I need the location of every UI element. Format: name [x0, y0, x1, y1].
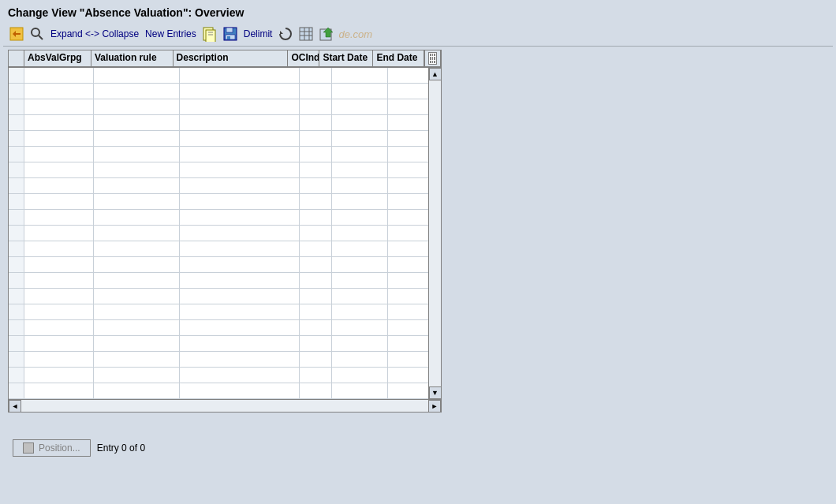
cell-valrule	[94, 368, 179, 383]
toolbar-copy-icon[interactable]	[201, 25, 218, 43]
cell-startdate	[332, 115, 388, 130]
watermark-text: de.com	[338, 28, 372, 40]
cell-absvalgrp	[24, 226, 94, 241]
table-row[interactable]	[9, 162, 441, 178]
position-button[interactable]: Position...	[13, 439, 91, 457]
cell-desc	[180, 226, 300, 241]
table-row[interactable]	[9, 304, 441, 320]
cell-startdate	[332, 273, 388, 288]
row-selector	[9, 273, 24, 288]
cell-valrule	[94, 320, 179, 335]
cell-absvalgrp	[24, 84, 94, 99]
table-row[interactable]	[9, 68, 441, 84]
cell-ocind	[300, 241, 332, 256]
table-row[interactable]	[9, 289, 441, 304]
cell-startdate	[332, 131, 388, 146]
entry-count: Entry 0 of 0	[97, 442, 145, 454]
cell-valrule	[94, 99, 179, 114]
status-bar: Position... Entry 0 of 0	[8, 436, 828, 460]
cell-startdate	[332, 257, 388, 272]
cell-desc	[180, 257, 300, 272]
cell-startdate	[332, 368, 388, 383]
vertical-scrollbar[interactable]: ▲ ▼	[428, 68, 441, 399]
horizontal-scrollbar[interactable]: ◄ ►	[9, 399, 441, 412]
expand-collapse-button[interactable]: Expand <-> Collapse	[49, 28, 140, 39]
header-ocind: OCInd	[288, 50, 319, 66]
cell-desc	[180, 304, 300, 319]
table-row[interactable]	[9, 383, 441, 399]
table-row[interactable]	[9, 336, 441, 352]
cell-desc	[180, 147, 300, 162]
table-row[interactable]	[9, 194, 441, 210]
cell-valrule	[94, 131, 179, 146]
cell-absvalgrp	[24, 289, 94, 304]
data-grid: AbsValGrpg Valuation rule Description OC…	[8, 50, 442, 413]
row-selector	[9, 226, 24, 241]
table-row[interactable]	[9, 241, 441, 257]
toolbar-search-icon[interactable]	[28, 25, 46, 43]
cell-absvalgrp	[24, 241, 94, 256]
header-valrule: Valuation rule	[91, 50, 174, 66]
header-desc: Description	[174, 50, 289, 66]
table-row[interactable]	[9, 273, 441, 289]
scroll-left-button[interactable]: ◄	[9, 400, 21, 413]
toolbar-refresh-icon[interactable]	[277, 25, 294, 43]
cell-absvalgrp	[24, 273, 94, 288]
table-row[interactable]	[9, 99, 441, 115]
cell-startdate	[332, 241, 388, 256]
row-selector	[9, 115, 24, 130]
delimit-button[interactable]: Delimit	[242, 28, 274, 39]
svg-rect-10	[227, 36, 230, 39]
cell-valrule	[94, 115, 179, 130]
table-row[interactable]	[9, 147, 441, 162]
toolbar-export-icon[interactable]	[318, 25, 335, 43]
scroll-right-button[interactable]: ►	[428, 400, 441, 413]
position-icon	[23, 442, 34, 454]
table-row[interactable]	[9, 178, 441, 194]
svg-rect-4	[206, 30, 215, 42]
table-row[interactable]	[9, 210, 441, 226]
cell-valrule	[94, 178, 179, 193]
table-row[interactable]	[9, 352, 441, 368]
table-row[interactable]	[9, 131, 441, 147]
table-row[interactable]	[9, 368, 441, 383]
table-row[interactable]	[9, 257, 441, 273]
cell-ocind	[300, 336, 332, 351]
table-row[interactable]	[9, 320, 441, 336]
cell-ocind	[300, 147, 332, 162]
toolbar-icon1[interactable]	[8, 25, 25, 43]
cell-startdate	[332, 99, 388, 114]
toolbar-grid-icon[interactable]	[297, 25, 315, 43]
new-entries-button[interactable]: New Entries	[144, 28, 198, 39]
cell-desc	[180, 320, 300, 335]
cell-absvalgrp	[24, 320, 94, 335]
toolbar-save-icon[interactable]	[222, 25, 239, 43]
row-selector	[9, 289, 24, 304]
header-absvalgrp: AbsValGrpg	[24, 50, 91, 66]
toolbar: Expand <-> Collapse New Entries Delimit	[3, 24, 833, 47]
cell-ocind	[300, 226, 332, 241]
row-selector	[9, 147, 24, 162]
scroll-down-button[interactable]: ▼	[429, 386, 442, 399]
table-row[interactable]	[9, 84, 441, 99]
cell-startdate	[332, 84, 388, 99]
row-selector	[9, 210, 24, 225]
cell-ocind	[300, 131, 332, 146]
table-row[interactable]	[9, 226, 441, 241]
svg-marker-11	[280, 31, 283, 34]
cell-desc	[180, 383, 300, 398]
table-row[interactable]	[9, 115, 441, 131]
cell-startdate	[332, 68, 388, 83]
cell-valrule	[94, 273, 179, 288]
scroll-up-button[interactable]: ▲	[429, 68, 442, 80]
row-selector	[9, 320, 24, 335]
cell-absvalgrp	[24, 336, 94, 351]
cell-ocind	[300, 368, 332, 383]
cell-startdate	[332, 304, 388, 319]
cell-desc	[180, 115, 300, 130]
row-selector	[9, 352, 24, 367]
row-selector	[9, 257, 24, 272]
cell-desc	[180, 210, 300, 225]
cell-absvalgrp	[24, 368, 94, 383]
column-settings-icon[interactable]	[428, 52, 437, 65]
